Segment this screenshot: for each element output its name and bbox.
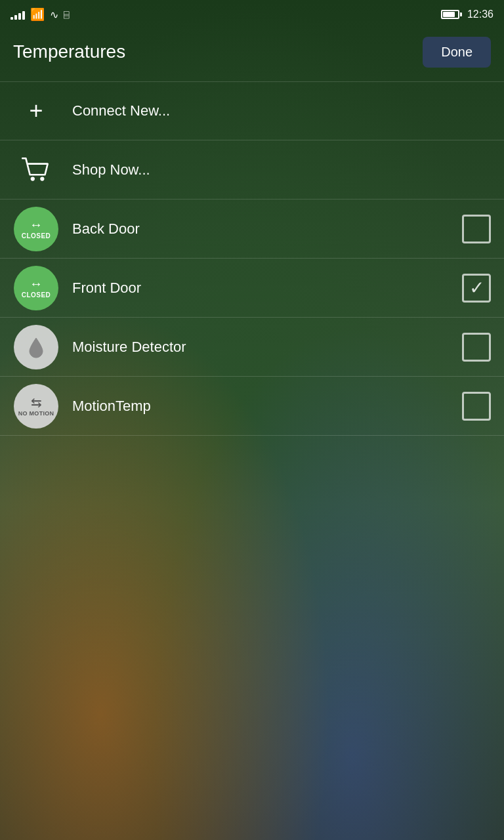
time-display: 12:36 [467, 9, 494, 20]
device-list: + Connect New... Shop Now... ↔ CLOSED Ba… [0, 81, 504, 436]
connect-new-label: Connect New... [72, 102, 491, 119]
cart-icon [19, 153, 53, 187]
front-door-icon: ↔ CLOSED [14, 266, 58, 310]
moisture-icon [14, 325, 58, 369]
front-door-arrows: ↔ [30, 277, 43, 290]
status-right: 12:36 [441, 9, 494, 20]
motion-arrows: ⇆ [31, 396, 42, 409]
front-door-status: CLOSED [22, 291, 51, 299]
motion-temp-checkbox[interactable] [462, 392, 491, 421]
motion-icon-container: ⇆ NO MOTION [13, 383, 59, 429]
signal-bars [10, 9, 25, 20]
back-door-status: CLOSED [22, 232, 51, 240]
back-door-checkbox[interactable] [462, 215, 491, 243]
motion-icon: ⇆ NO MOTION [14, 384, 58, 429]
shop-now-item[interactable]: Shop Now... [0, 140, 504, 200]
back-door-arrows: ↔ [30, 218, 43, 231]
cart-icon-container [13, 147, 59, 193]
drop-svg [24, 335, 48, 359]
plus-icon: + [29, 99, 43, 123]
bluetooth-icon: ∿ [50, 9, 58, 21]
front-door-checkbox[interactable]: ✓ [462, 274, 491, 303]
moisture-detector-checkbox[interactable] [462, 333, 491, 362]
moisture-detector-item[interactable]: Moisture Detector [0, 318, 504, 377]
done-button[interactable]: Done [423, 37, 491, 68]
plus-icon-container: + [13, 88, 59, 134]
back-door-item[interactable]: ↔ CLOSED Back Door [0, 200, 504, 259]
svg-point-1 [40, 177, 44, 180]
connect-new-item[interactable]: + Connect New... [0, 81, 504, 140]
back-door-label: Back Door [72, 220, 462, 238]
status-bar: 📶 ∿ ⌸ 12:36 [0, 0, 504, 29]
back-door-icon-container: ↔ CLOSED [13, 206, 59, 252]
back-door-icon: ↔ CLOSED [14, 207, 58, 251]
header: Temperatures Done [0, 29, 504, 75]
motion-status: NO MOTION [18, 410, 54, 417]
svg-point-0 [31, 177, 35, 180]
front-door-icon-container: ↔ CLOSED [13, 265, 59, 311]
page-title: Temperatures [13, 41, 125, 62]
battery-icon [441, 10, 462, 19]
wifi-icon: 📶 [30, 7, 45, 22]
motion-temp-label: MotionTemp [72, 398, 462, 415]
status-left: 📶 ∿ ⌸ [10, 7, 69, 22]
front-door-item[interactable]: ↔ CLOSED Front Door ✓ [0, 259, 504, 318]
motion-temp-item[interactable]: ⇆ NO MOTION MotionTemp [0, 377, 504, 436]
front-door-label: Front Door [72, 280, 462, 297]
moisture-icon-container [13, 324, 59, 370]
moisture-detector-label: Moisture Detector [72, 339, 462, 356]
checkmark-icon: ✓ [469, 279, 484, 297]
keyboard-icon: ⌸ [64, 9, 69, 20]
shop-now-label: Shop Now... [72, 161, 491, 178]
